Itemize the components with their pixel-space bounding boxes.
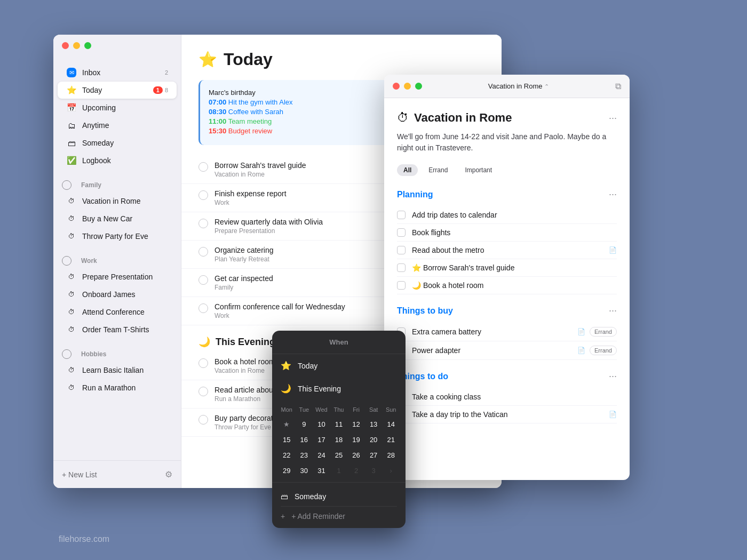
sidebar-item-italian[interactable]: ⏱ Learn Basic Italian <box>58 362 177 379</box>
task-checkbox[interactable] <box>397 211 406 219</box>
cal-day-16[interactable]: 16 <box>296 433 313 447</box>
cal-day-24[interactable]: 24 <box>313 448 330 462</box>
sidebar-item-new-car[interactable]: ⏱ Buy a New Car <box>58 210 177 227</box>
throw-party-icon: ⏱ <box>66 231 77 242</box>
rome-copy-icon[interactable]: ⧉ <box>615 82 621 91</box>
rome-task-travel-guide[interactable]: ⭐ Borrow Sarah's travel guide <box>397 259 617 277</box>
cal-day-11[interactable]: 11 <box>331 417 347 431</box>
cal-day-26[interactable]: 26 <box>348 448 364 462</box>
cal-day-22[interactable]: 22 <box>279 448 295 462</box>
rome-task-hotel-room[interactable]: 🌙 Book a hotel room <box>397 277 617 294</box>
rome-task-vatican[interactable]: Take a day trip to the Vatican 📄 <box>397 406 617 423</box>
sidebar-upcoming-label: Upcoming <box>82 103 168 112</box>
task-checkbox[interactable] <box>397 263 406 272</box>
sidebar-item-inbox[interactable]: ✉ Inbox 2 <box>58 64 177 81</box>
rome-task-power-adapter[interactable]: Power adapter 📄 Errand <box>397 341 617 360</box>
cal-day-20[interactable]: 20 <box>365 433 382 447</box>
rome-fullscreen-button[interactable] <box>415 83 422 90</box>
task-label: Book flights <box>412 228 617 237</box>
sidebar-item-onboard-james[interactable]: ⏱ Onboard James <box>58 286 177 303</box>
rome-task-metro[interactable]: Read about the metro 📄 <box>397 242 617 259</box>
cal-arrow-next[interactable]: › <box>383 463 399 478</box>
rome-close-button[interactable] <box>393 83 400 90</box>
when-evening-item[interactable]: 🌙 This Evening <box>272 377 406 400</box>
sidebar-family-section: Family ⏱ Vacation in Rome ⏱ Buy a New Ca… <box>53 172 181 247</box>
cal-day-29[interactable]: 29 <box>279 463 295 478</box>
rome-task-camera-battery[interactable]: Extra camera battery 📄 Errand <box>397 323 617 341</box>
cal-day-13[interactable]: 13 <box>365 417 382 431</box>
settings-icon[interactable]: ⚙ <box>165 469 172 479</box>
task-checkbox[interactable] <box>198 247 208 257</box>
task-checkbox[interactable] <box>198 190 208 200</box>
sidebar: ✉ Inbox 2 ⭐ Today 1 8 📅 Upcoming 🗂 Anyti… <box>53 35 181 488</box>
cal-day-10[interactable]: 10 <box>313 417 330 431</box>
sidebar-inbox-label: Inbox <box>82 68 165 77</box>
cal-day-23[interactable]: 23 <box>296 448 313 462</box>
sidebar-item-someday[interactable]: 🗃 Someday <box>58 134 177 151</box>
rome-project-header: ⏱ Vacation in Rome ··· <box>397 111 617 125</box>
add-reminder-label: + Add Reminder <box>291 512 345 521</box>
cal-day-27[interactable]: 27 <box>365 448 382 462</box>
sidebar-item-anytime[interactable]: 🗂 Anytime <box>58 117 177 134</box>
rome-minimize-button[interactable] <box>404 83 411 90</box>
rome-task-flights[interactable]: Book flights <box>397 224 617 242</box>
cal-day-31[interactable]: 31 <box>313 463 330 478</box>
do-more-icon[interactable]: ··· <box>609 371 617 382</box>
sidebar-item-logbook[interactable]: ✅ Logbook <box>58 152 177 169</box>
cal-day-9[interactable]: 9 <box>296 417 313 431</box>
cal-day-28[interactable]: 28 <box>383 448 399 462</box>
buy-more-icon[interactable]: ··· <box>609 305 617 316</box>
sidebar-work-section: Work ⏱ Prepare Presentation ⏱ Onboard Ja… <box>53 247 181 341</box>
sidebar-item-throw-party[interactable]: ⏱ Throw Party for Eve <box>58 228 177 245</box>
tag-all[interactable]: All <box>397 164 418 176</box>
cal-day-18[interactable]: 18 <box>331 433 347 447</box>
task-checkbox[interactable] <box>198 415 208 425</box>
cal-day-star[interactable]: ★ <box>279 417 295 431</box>
cal-day-1-next[interactable]: 1 <box>331 463 347 478</box>
rome-traffic-lights <box>393 83 422 90</box>
cal-day-12[interactable]: 12 <box>348 417 364 431</box>
task-checkbox[interactable] <box>198 162 208 172</box>
weekday-sat: Sat <box>365 404 382 415</box>
sidebar-logbook-label: Logbook <box>82 156 168 165</box>
task-checkbox[interactable] <box>198 387 208 396</box>
cal-day-21[interactable]: 21 <box>383 433 399 447</box>
cal-day-25[interactable]: 25 <box>331 448 347 462</box>
task-checkbox[interactable] <box>397 228 406 237</box>
planning-more-icon[interactable]: ··· <box>609 189 617 200</box>
cal-day-3-next[interactable]: 3 <box>365 463 382 478</box>
close-button[interactable] <box>62 42 69 49</box>
rome-more-button[interactable]: ··· <box>609 113 617 124</box>
new-list-button[interactable]: + New List <box>62 470 97 479</box>
minimize-button[interactable] <box>73 42 80 49</box>
task-checkbox[interactable] <box>397 281 406 290</box>
when-today-item[interactable]: ⭐ Today <box>272 354 406 377</box>
cal-day-2-next[interactable]: 2 <box>348 463 364 478</box>
someday-icon: 🗃 <box>281 492 288 501</box>
cal-day-14[interactable]: 14 <box>383 417 399 431</box>
when-add-reminder[interactable]: + + Add Reminder <box>281 507 397 526</box>
rome-task-cooking-class[interactable]: Take a cooking class <box>397 388 617 406</box>
tag-important[interactable]: Important <box>458 164 498 176</box>
cal-day-17[interactable]: 17 <box>313 433 330 447</box>
sidebar-item-upcoming[interactable]: 📅 Upcoming <box>58 99 177 116</box>
cal-day-15[interactable]: 15 <box>279 433 295 447</box>
tag-errand[interactable]: Errand <box>422 164 454 176</box>
task-checkbox[interactable] <box>198 275 208 285</box>
onboard-james-label: Onboard James <box>82 290 168 299</box>
when-someday-item[interactable]: 🗃 Someday <box>281 487 397 507</box>
cal-day-19[interactable]: 19 <box>348 433 364 447</box>
sidebar-item-marathon[interactable]: ⏱ Run a Marathon <box>58 379 177 396</box>
rome-task-trip-dates[interactable]: Add trip dates to calendar <box>397 206 617 224</box>
sidebar-item-vacation-rome[interactable]: ⏱ Vacation in Rome <box>58 193 177 210</box>
task-checkbox[interactable] <box>198 219 208 228</box>
task-checkbox[interactable] <box>198 303 208 313</box>
sidebar-item-order-tshirts[interactable]: ⏱ Order Team T-Shirts <box>58 321 177 338</box>
sidebar-item-attend-conf[interactable]: ⏱ Attend Conference <box>58 303 177 321</box>
task-checkbox[interactable] <box>397 246 406 254</box>
fullscreen-button[interactable] <box>84 42 91 49</box>
task-checkbox[interactable] <box>198 358 208 368</box>
cal-day-30[interactable]: 30 <box>296 463 313 478</box>
sidebar-item-prepare-pres[interactable]: ⏱ Prepare Presentation <box>58 268 177 285</box>
sidebar-item-today[interactable]: ⭐ Today 1 8 <box>58 82 177 99</box>
